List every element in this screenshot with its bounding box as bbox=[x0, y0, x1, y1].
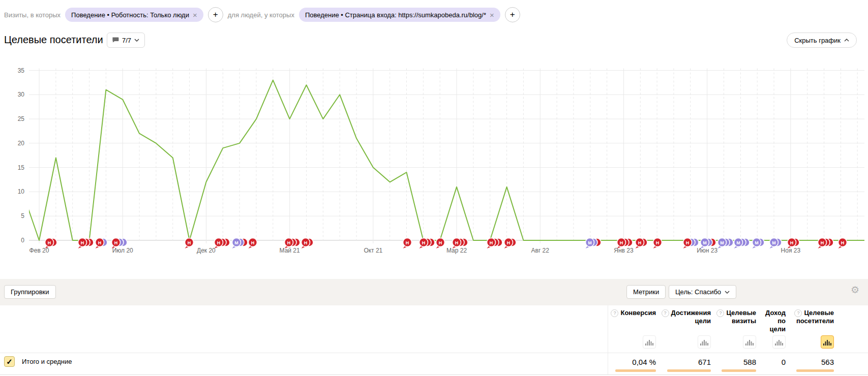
note-marker-purple[interactable]: М bbox=[770, 238, 782, 249]
x-axis-label: Янв 23 bbox=[614, 247, 634, 254]
note-marker-red[interactable]: Н bbox=[185, 238, 194, 249]
x-axis-label: Июл 20 bbox=[112, 247, 133, 254]
note-marker-purple[interactable]: М bbox=[734, 238, 750, 249]
hide-chart-label: Скрыть график bbox=[794, 37, 841, 44]
share-bar bbox=[667, 369, 711, 372]
note-letter: Н bbox=[455, 240, 459, 245]
x-axis-label: Авг 22 bbox=[531, 247, 550, 254]
note-marker-purple[interactable]: М bbox=[586, 238, 602, 249]
x-axis-label: Ноя 23 bbox=[781, 247, 801, 254]
metric-bars-toggle[interactable] bbox=[772, 335, 786, 349]
filter-chip-landing-page[interactable]: Поведение • Страница входа: https://sumk… bbox=[299, 8, 500, 22]
x-axis-label: Май 21 bbox=[280, 247, 301, 254]
note-marker-red[interactable]: Н bbox=[302, 238, 314, 249]
total-conversion-value[interactable]: 0,04 % bbox=[632, 358, 656, 366]
note-marker-red[interactable]: Н bbox=[636, 238, 648, 249]
help-icon[interactable]: ? bbox=[662, 309, 669, 317]
note-marker-red[interactable]: Н bbox=[436, 238, 445, 249]
groupings-button[interactable]: Группировки bbox=[4, 285, 56, 299]
y-axis-label: 35 bbox=[18, 67, 25, 74]
comment-bubble-icon bbox=[112, 37, 119, 43]
table-toolbar: Группировки Метрики Цель: Спасибо ⚙ bbox=[0, 279, 868, 305]
column-header: ? Целевые визиты bbox=[722, 305, 756, 325]
comments-dropdown-button[interactable]: 7/7 bbox=[107, 33, 145, 48]
note-marker-red[interactable]: Н bbox=[78, 238, 94, 249]
hide-chart-button[interactable]: Скрыть график bbox=[787, 33, 857, 48]
note-marker-red[interactable]: Н bbox=[403, 238, 412, 249]
note-letter: Н bbox=[48, 240, 51, 245]
chevron-down-icon bbox=[725, 291, 730, 294]
note-letter: Н bbox=[490, 240, 493, 245]
help-icon[interactable]: ? bbox=[716, 309, 724, 317]
note-letter: Н bbox=[217, 240, 221, 245]
note-letter: Н bbox=[620, 240, 623, 245]
note-marker-red[interactable]: Н bbox=[45, 238, 57, 249]
note-marker-purple[interactable]: М bbox=[232, 238, 248, 249]
note-letter: Н bbox=[638, 240, 642, 245]
column-goal-reaches: ? Достижения цели 671 bbox=[667, 305, 711, 325]
y-axis-label: 10 bbox=[18, 188, 25, 195]
note-marker-red[interactable]: Н bbox=[818, 238, 834, 249]
note-letter: М bbox=[234, 240, 238, 245]
y-axis-label: 15 bbox=[18, 164, 25, 171]
goal-select-button[interactable]: Цель: Спасибо bbox=[669, 285, 736, 299]
total-goal-reaches-value[interactable]: 671 bbox=[698, 358, 711, 366]
gear-icon[interactable]: ⚙ bbox=[851, 284, 859, 296]
column-header: Доход по цели bbox=[762, 305, 786, 333]
y-axis-label: 20 bbox=[18, 140, 25, 147]
note-marker-red[interactable]: Н bbox=[215, 238, 230, 249]
metrics-label: Метрики bbox=[633, 288, 659, 296]
share-bar bbox=[722, 369, 756, 372]
note-letter: Н bbox=[406, 240, 409, 245]
column-header-line: цели bbox=[667, 317, 711, 325]
total-goal-visits-value[interactable]: 588 bbox=[743, 358, 756, 366]
column-goal-revenue: Доход по цели 0 bbox=[762, 305, 786, 333]
help-icon[interactable]: ? bbox=[794, 309, 802, 317]
metric-bars-toggle[interactable] bbox=[643, 335, 656, 349]
metric-bars-toggle[interactable] bbox=[743, 335, 756, 349]
column-header: ? Конверсия bbox=[615, 305, 656, 317]
x-axis-label: Окт 21 bbox=[364, 247, 382, 254]
totals-checkbox[interactable]: ✓ bbox=[4, 356, 15, 367]
metric-bars-toggle[interactable] bbox=[698, 335, 711, 349]
total-goal-visitors-value[interactable]: 563 bbox=[821, 358, 834, 366]
column-divider bbox=[608, 305, 608, 374]
close-icon[interactable]: × bbox=[193, 11, 197, 19]
column-header-line: Доход bbox=[762, 309, 786, 317]
filter-chip-robots-label: Поведение • Роботность: Только люди bbox=[71, 11, 189, 19]
note-letter: Н bbox=[422, 240, 426, 245]
note-letter: Н bbox=[439, 240, 442, 245]
note-marker-red[interactable]: Н bbox=[249, 238, 257, 249]
note-marker-purple[interactable]: М bbox=[753, 238, 765, 249]
y-axis-label: 0 bbox=[21, 237, 24, 244]
note-marker-red[interactable]: Н bbox=[487, 238, 503, 249]
groupings-label: Группировки bbox=[11, 288, 49, 296]
column-goal-visitors: ? Целевые посетители 563 bbox=[796, 305, 834, 325]
column-header-line: по bbox=[762, 317, 786, 325]
plus-icon: + bbox=[510, 10, 515, 20]
note-letter: Н bbox=[790, 240, 794, 245]
column-header-line: Целевые bbox=[804, 309, 834, 317]
total-goal-revenue-value[interactable]: 0 bbox=[782, 358, 786, 366]
note-letter: М bbox=[772, 240, 776, 245]
note-marker-red[interactable]: Н bbox=[96, 238, 108, 249]
add-visit-filter-button[interactable]: + bbox=[208, 7, 223, 22]
metrics-button[interactable]: Метрики bbox=[626, 285, 666, 299]
close-icon[interactable]: × bbox=[490, 11, 494, 19]
visitors-chart: 05101520253035Фев 20Июл 20Дек 20Май 21Ок… bbox=[0, 53, 868, 259]
filter-chip-robots[interactable]: Поведение • Роботность: Только люди × bbox=[65, 8, 203, 22]
note-marker-red[interactable]: Н bbox=[504, 238, 517, 249]
note-marker-red[interactable]: Н bbox=[653, 238, 662, 249]
column-conversion: ? Конверсия 0,04 % bbox=[615, 305, 656, 317]
note-marker-red[interactable]: Н bbox=[420, 238, 435, 249]
add-user-filter-button[interactable]: + bbox=[505, 7, 520, 22]
totals-row-top-border bbox=[0, 353, 868, 353]
help-icon[interactable]: ? bbox=[611, 309, 618, 317]
metric-bars-toggle-selected[interactable] bbox=[821, 335, 834, 349]
column-header-line: Достижения bbox=[671, 309, 711, 317]
note-letter: Н bbox=[656, 240, 660, 245]
column-header: ? Целевые посетители bbox=[796, 305, 834, 325]
note-marker-red[interactable]: Н bbox=[839, 238, 847, 249]
note-marker-purple[interactable]: М bbox=[718, 238, 734, 249]
note-letter: М bbox=[720, 240, 724, 245]
